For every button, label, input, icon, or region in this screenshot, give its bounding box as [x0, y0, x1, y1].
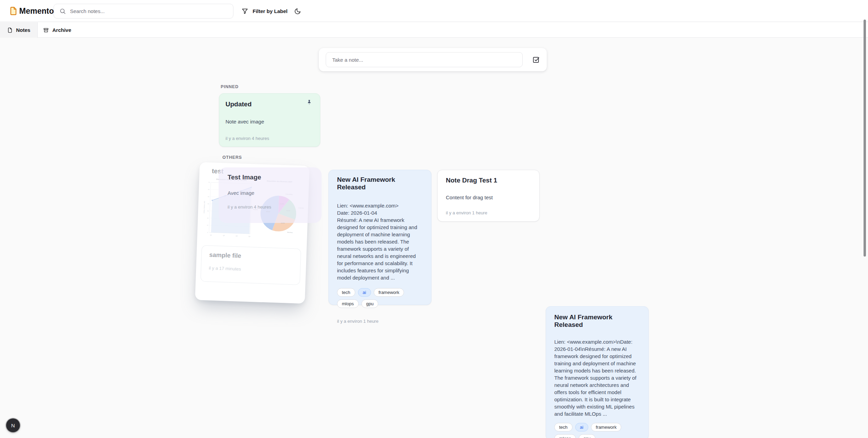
svg-text:40: 40 [208, 203, 209, 204]
tab-bar: Notes Archive [0, 22, 868, 38]
tab-notes[interactable]: Notes [0, 22, 38, 38]
tag-mlops[interactable]: mlops [554, 434, 576, 438]
app-title: Memento [19, 7, 54, 16]
note-title: Test Image [228, 174, 313, 181]
note-card-new-ai-framework-2[interactable]: New AI Framework Released Lien: <www.exa… [546, 306, 649, 438]
note-timestamp: il y a environ 1 heure [446, 210, 531, 215]
tag-ai[interactable]: ai [575, 423, 588, 431]
svg-text:50: 50 [208, 196, 209, 198]
note-card-updated[interactable]: Updated Note avec image il y a environ 4… [219, 93, 320, 147]
pin-icon [306, 99, 316, 106]
search-icon [59, 8, 66, 14]
user-avatar[interactable]: N [6, 418, 20, 432]
filter-label: Filter by Label [253, 8, 288, 14]
filter-by-label-button[interactable]: Filter by Label [238, 0, 291, 22]
dark-mode-toggle[interactable] [292, 5, 303, 17]
note-timestamp: il y a 17 minutes [209, 265, 292, 274]
filter-icon [242, 8, 248, 14]
tab-archive-label: Archive [52, 27, 71, 33]
app-logo-icon [9, 6, 18, 16]
note-card-drag-test-1[interactable]: Note Drag Test 1 Content for drag test i… [437, 170, 540, 222]
pin-button[interactable] [306, 98, 316, 107]
svg-text:30: 30 [207, 210, 209, 212]
note-body: Avec image [228, 190, 313, 196]
avatar-initial: N [11, 423, 15, 428]
others-section-label: OTHERS [222, 155, 242, 160]
search-box[interactable] [54, 4, 233, 19]
svg-text:Q4: Q4 [248, 236, 251, 237]
tab-archive[interactable]: Archive [38, 22, 77, 38]
svg-text:20: 20 [207, 217, 208, 219]
svg-text:70: 70 [208, 182, 210, 183]
tag-gpu[interactable]: gpu [361, 299, 379, 308]
checklist-button[interactable] [531, 55, 541, 65]
note-body: Content for drag test [446, 194, 531, 201]
pinned-section-label: PINNED [221, 84, 239, 89]
svg-text:Chiffre d'affaires (M€): Chiffre d'affaires (M€) [204, 201, 205, 213]
svg-text:60: 60 [208, 189, 209, 190]
tag-list: techaiframeworkmlopsgpu [337, 288, 423, 308]
svg-text:Q3: Q3 [235, 235, 238, 237]
tag-ai[interactable]: ai [358, 288, 371, 297]
note-card-new-ai-framework[interactable]: New AI Framework Released Lien: <www.exa… [328, 170, 431, 305]
tag-tech[interactable]: tech [337, 288, 355, 297]
tag-gpu[interactable]: gpu [579, 434, 596, 438]
tag-list: techaiframeworkmlopsgpu [554, 423, 640, 438]
note-icon [7, 27, 13, 33]
note-title: New AI Framework Released [554, 313, 640, 329]
note-body: Lien: <www.example.com> Date: 2026-01-04… [337, 202, 423, 281]
tag-mlops[interactable]: mlops [337, 299, 359, 308]
note-title: Note Drag Test 1 [446, 177, 531, 184]
note-title: sample file [209, 251, 293, 262]
svg-text:Q2: Q2 [223, 235, 225, 236]
note-timestamp: il y a environ 1 heure [337, 319, 423, 324]
moon-icon [294, 8, 301, 15]
tag-framework[interactable]: framework [374, 288, 404, 297]
note-timestamp: il y a environ 4 heures [225, 136, 314, 141]
svg-text:Q1: Q1 [210, 234, 212, 236]
archive-icon [43, 27, 49, 33]
drag-ghost-test-image: Test Image Avec image il y a environ 4 h… [219, 167, 322, 223]
note-body: Note avec image [225, 118, 314, 125]
svg-text:10: 10 [207, 225, 208, 226]
tab-notes-label: Notes [16, 27, 31, 33]
vertical-scrollbar-thumb[interactable] [864, 20, 866, 257]
tag-tech[interactable]: tech [554, 423, 572, 431]
svg-text:0: 0 [207, 232, 208, 233]
note-timestamp: il y a environ 4 heures [228, 204, 313, 210]
checkbox-check-icon [532, 56, 540, 64]
tag-framework[interactable]: framework [591, 423, 622, 431]
note-title: New AI Framework Released [337, 176, 423, 191]
app-header: Memento Filter by Label [0, 0, 868, 22]
take-a-note-input[interactable] [326, 52, 523, 67]
note-composer [319, 48, 547, 71]
note-title: Updated [225, 100, 314, 108]
note-card-sample-file[interactable]: sample file il y a 17 minutes [200, 245, 301, 285]
svg-text:Services: Services [287, 232, 293, 234]
search-input[interactable] [70, 8, 228, 14]
note-body: Lien: <www.example.com>\nDate: 2026-01-0… [554, 338, 640, 417]
